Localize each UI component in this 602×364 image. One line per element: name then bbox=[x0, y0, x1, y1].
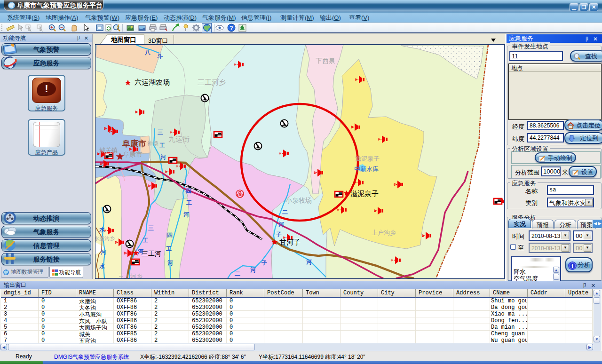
svg-text:下西泉: 下西泉 bbox=[316, 57, 335, 64]
svg-text:小泉牧场: 小泉牧场 bbox=[285, 197, 312, 204]
svg-text:工: 工 bbox=[159, 142, 165, 149]
svg-text:?: ? bbox=[230, 25, 233, 32]
svg-text:四: 四 bbox=[167, 232, 173, 238]
svg-text:河: 河 bbox=[306, 259, 312, 265]
svg-text:阜康市: 阜康市 bbox=[123, 150, 143, 158]
svg-text:三工河: 三工河 bbox=[142, 250, 161, 257]
svg-text:河: 河 bbox=[250, 267, 256, 273]
svg-text:工: 工 bbox=[186, 199, 192, 206]
svg-text:九运街: 九运街 bbox=[168, 135, 190, 143]
svg-text:斗: 斗 bbox=[157, 53, 163, 60]
svg-text:三工河乡: 三工河乡 bbox=[198, 78, 226, 86]
svg-text:河: 河 bbox=[160, 154, 166, 160]
svg-text:河: 河 bbox=[101, 249, 106, 255]
svg-text:工: 工 bbox=[142, 237, 148, 244]
svg-text:子: 子 bbox=[276, 231, 282, 237]
svg-text:河: 河 bbox=[138, 248, 143, 255]
svg-text:工: 工 bbox=[166, 245, 172, 252]
svg-text:上户沟乡: 上户沟乡 bbox=[372, 229, 396, 236]
svg-text:城关镇: 城关镇 bbox=[99, 147, 118, 154]
svg-text:滋泥泉子: 滋泥泉子 bbox=[350, 190, 379, 198]
svg-text:地图窗口: 地图窗口 bbox=[111, 36, 136, 43]
svg-text:河: 河 bbox=[167, 260, 173, 266]
svg-text:六运湖农场: 六运湖农场 bbox=[135, 78, 170, 86]
svg-text:中新水库: 中新水库 bbox=[354, 166, 379, 173]
svg-text:阜康市: 阜康市 bbox=[122, 139, 146, 148]
svg-text:八: 八 bbox=[144, 49, 151, 55]
svg-text:河: 河 bbox=[278, 221, 284, 228]
svg-text:神场: 神场 bbox=[147, 140, 158, 147]
svg-text:子: 子 bbox=[261, 260, 267, 266]
svg-text:二: 二 bbox=[282, 209, 288, 215]
svg-text:河: 河 bbox=[183, 211, 189, 218]
svg-text:三: 三 bbox=[158, 129, 163, 135]
svg-text:三工河乡: 三工河乡 bbox=[118, 273, 143, 278]
svg-text:水: 水 bbox=[99, 263, 105, 269]
svg-text:三: 三 bbox=[148, 225, 154, 231]
svg-text:i: i bbox=[571, 262, 573, 269]
svg-text:水: 水 bbox=[99, 226, 105, 233]
svg-text:四: 四 bbox=[186, 188, 191, 194]
svg-text:滋泥泉子: 滋泥泉子 bbox=[355, 155, 380, 162]
svg-text:水磨沟乡: 水磨沟乡 bbox=[95, 236, 115, 241]
svg-text:二: 二 bbox=[235, 270, 240, 277]
svg-text:甘河子: 甘河子 bbox=[279, 238, 301, 246]
